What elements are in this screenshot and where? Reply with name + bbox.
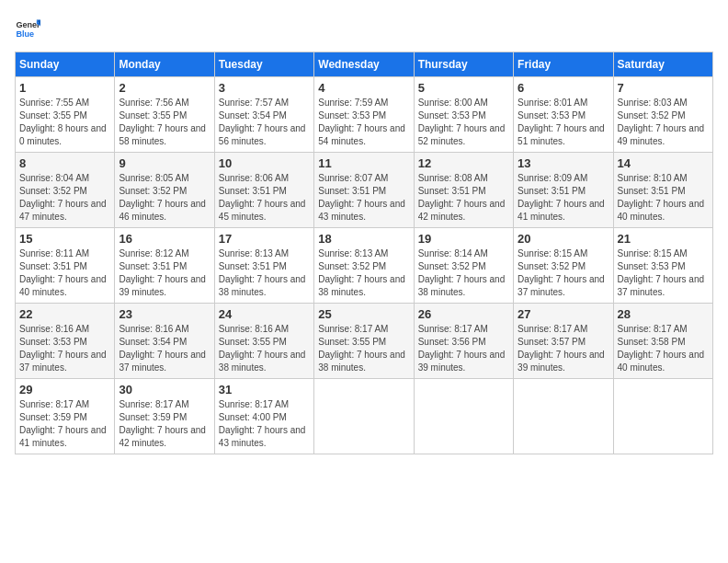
calendar-day-cell — [514, 379, 613, 454]
day-info: Sunrise: 8:16 AM Sunset: 3:55 PM Dayligh… — [219, 323, 310, 374]
calendar-day-cell: 30 Sunrise: 8:17 AM Sunset: 3:59 PM Dayl… — [115, 379, 214, 454]
day-info: Sunrise: 8:10 AM Sunset: 3:51 PM Dayligh… — [618, 172, 709, 224]
calendar-day-cell: 13 Sunrise: 8:09 AM Sunset: 3:51 PM Dayl… — [514, 153, 613, 228]
day-info: Sunrise: 8:05 AM Sunset: 3:52 PM Dayligh… — [119, 172, 210, 224]
day-number: 11 — [318, 156, 409, 170]
day-number: 26 — [418, 307, 509, 321]
calendar-day-cell: 31 Sunrise: 8:17 AM Sunset: 4:00 PM Dayl… — [214, 379, 313, 454]
day-number: 9 — [119, 156, 210, 170]
day-info: Sunrise: 8:13 AM Sunset: 3:52 PM Dayligh… — [318, 247, 409, 299]
day-number: 21 — [618, 232, 709, 246]
day-number: 8 — [19, 156, 110, 170]
weekday-header: Thursday — [414, 52, 513, 77]
calendar-day-cell: 28 Sunrise: 8:17 AM Sunset: 3:58 PM Dayl… — [613, 304, 712, 379]
calendar-day-cell: 24 Sunrise: 8:16 AM Sunset: 3:55 PM Dayl… — [214, 304, 313, 379]
day-info: Sunrise: 8:07 AM Sunset: 3:51 PM Dayligh… — [318, 172, 409, 224]
calendar-day-cell: 11 Sunrise: 8:07 AM Sunset: 3:51 PM Dayl… — [314, 153, 414, 228]
day-info: Sunrise: 7:56 AM Sunset: 3:55 PM Dayligh… — [119, 97, 210, 148]
day-info: Sunrise: 8:17 AM Sunset: 3:56 PM Dayligh… — [418, 323, 509, 374]
day-info: Sunrise: 8:16 AM Sunset: 3:53 PM Dayligh… — [19, 323, 110, 374]
calendar-day-cell: 9 Sunrise: 8:05 AM Sunset: 3:52 PM Dayli… — [115, 153, 214, 228]
day-number: 30 — [119, 383, 210, 396]
calendar-day-cell: 15 Sunrise: 8:11 AM Sunset: 3:51 PM Dayl… — [16, 228, 115, 304]
day-number: 14 — [618, 156, 709, 170]
day-number: 13 — [518, 156, 609, 170]
day-number: 20 — [518, 232, 609, 246]
day-number: 1 — [19, 81, 110, 95]
calendar-day-cell: 2 Sunrise: 7:56 AM Sunset: 3:55 PM Dayli… — [115, 77, 214, 153]
weekday-header: Sunday — [16, 52, 115, 77]
logo-icon: General Blue — [15, 15, 40, 40]
day-number: 23 — [119, 307, 210, 321]
day-number: 17 — [219, 232, 310, 246]
day-info: Sunrise: 8:06 AM Sunset: 3:51 PM Dayligh… — [219, 172, 310, 224]
day-number: 5 — [418, 81, 509, 95]
calendar-week-row: 29 Sunrise: 8:17 AM Sunset: 3:59 PM Dayl… — [16, 379, 713, 454]
weekday-header: Wednesday — [314, 52, 414, 77]
day-info: Sunrise: 7:55 AM Sunset: 3:55 PM Dayligh… — [19, 97, 110, 148]
day-info: Sunrise: 8:04 AM Sunset: 3:52 PM Dayligh… — [19, 172, 110, 224]
day-info: Sunrise: 8:01 AM Sunset: 3:53 PM Dayligh… — [518, 97, 609, 148]
weekday-header: Monday — [115, 52, 214, 77]
weekday-header: Friday — [514, 52, 613, 77]
day-info: Sunrise: 8:17 AM Sunset: 3:55 PM Dayligh… — [318, 323, 409, 374]
calendar-day-cell: 5 Sunrise: 8:00 AM Sunset: 3:53 PM Dayli… — [414, 77, 513, 153]
day-number: 24 — [219, 307, 310, 321]
day-number: 10 — [219, 156, 310, 170]
calendar-week-row: 8 Sunrise: 8:04 AM Sunset: 3:52 PM Dayli… — [16, 153, 713, 228]
day-info: Sunrise: 8:17 AM Sunset: 3:58 PM Dayligh… — [618, 323, 709, 374]
day-number: 4 — [318, 81, 409, 95]
day-number: 29 — [19, 383, 110, 396]
day-info: Sunrise: 8:09 AM Sunset: 3:51 PM Dayligh… — [518, 172, 609, 224]
calendar-day-cell: 16 Sunrise: 8:12 AM Sunset: 3:51 PM Dayl… — [115, 228, 214, 304]
calendar-day-cell: 10 Sunrise: 8:06 AM Sunset: 3:51 PM Dayl… — [214, 153, 313, 228]
calendar-day-cell: 25 Sunrise: 8:17 AM Sunset: 3:55 PM Dayl… — [314, 304, 414, 379]
day-info: Sunrise: 7:59 AM Sunset: 3:53 PM Dayligh… — [318, 97, 409, 148]
day-number: 7 — [618, 81, 709, 95]
day-number: 28 — [618, 307, 709, 321]
day-number: 27 — [518, 307, 609, 321]
day-info: Sunrise: 8:17 AM Sunset: 4:00 PM Dayligh… — [219, 398, 310, 450]
page-header: General Blue — [15, 15, 713, 40]
calendar-day-cell: 4 Sunrise: 7:59 AM Sunset: 3:53 PM Dayli… — [314, 77, 414, 153]
calendar-table: SundayMondayTuesdayWednesdayThursdayFrid… — [15, 52, 713, 454]
day-number: 3 — [219, 81, 310, 95]
day-info: Sunrise: 8:11 AM Sunset: 3:51 PM Dayligh… — [19, 247, 110, 299]
calendar-day-cell: 18 Sunrise: 8:13 AM Sunset: 3:52 PM Dayl… — [314, 228, 414, 304]
calendar-day-cell: 6 Sunrise: 8:01 AM Sunset: 3:53 PM Dayli… — [514, 77, 613, 153]
calendar-day-cell: 20 Sunrise: 8:15 AM Sunset: 3:52 PM Dayl… — [514, 228, 613, 304]
logo: General Blue — [15, 15, 40, 40]
calendar-day-cell: 21 Sunrise: 8:15 AM Sunset: 3:53 PM Dayl… — [613, 228, 712, 304]
calendar-day-cell: 12 Sunrise: 8:08 AM Sunset: 3:51 PM Dayl… — [414, 153, 513, 228]
calendar-day-cell: 29 Sunrise: 8:17 AM Sunset: 3:59 PM Dayl… — [16, 379, 115, 454]
day-info: Sunrise: 8:03 AM Sunset: 3:52 PM Dayligh… — [618, 97, 709, 148]
day-number: 31 — [219, 383, 310, 396]
day-number: 6 — [518, 81, 609, 95]
day-info: Sunrise: 8:12 AM Sunset: 3:51 PM Dayligh… — [119, 247, 210, 299]
day-number: 25 — [318, 307, 409, 321]
day-number: 16 — [119, 232, 210, 246]
calendar-day-cell: 26 Sunrise: 8:17 AM Sunset: 3:56 PM Dayl… — [414, 304, 513, 379]
day-info: Sunrise: 8:16 AM Sunset: 3:54 PM Dayligh… — [119, 323, 210, 374]
weekday-header: Tuesday — [214, 52, 313, 77]
day-info: Sunrise: 8:14 AM Sunset: 3:52 PM Dayligh… — [418, 247, 509, 299]
calendar-day-cell — [314, 379, 414, 454]
calendar-day-cell: 23 Sunrise: 8:16 AM Sunset: 3:54 PM Dayl… — [115, 304, 214, 379]
svg-text:Blue: Blue — [16, 29, 34, 39]
calendar-day-cell — [414, 379, 513, 454]
calendar-week-row: 22 Sunrise: 8:16 AM Sunset: 3:53 PM Dayl… — [16, 304, 713, 379]
calendar-week-row: 1 Sunrise: 7:55 AM Sunset: 3:55 PM Dayli… — [16, 77, 713, 153]
weekday-header: Saturday — [613, 52, 712, 77]
day-number: 19 — [418, 232, 509, 246]
day-info: Sunrise: 8:15 AM Sunset: 3:53 PM Dayligh… — [618, 247, 709, 299]
calendar-day-cell: 8 Sunrise: 8:04 AM Sunset: 3:52 PM Dayli… — [16, 153, 115, 228]
calendar-day-cell — [613, 379, 712, 454]
day-info: Sunrise: 8:15 AM Sunset: 3:52 PM Dayligh… — [518, 247, 609, 299]
day-info: Sunrise: 8:17 AM Sunset: 3:57 PM Dayligh… — [518, 323, 609, 374]
calendar-day-cell: 14 Sunrise: 8:10 AM Sunset: 3:51 PM Dayl… — [613, 153, 712, 228]
day-number: 2 — [119, 81, 210, 95]
day-info: Sunrise: 8:17 AM Sunset: 3:59 PM Dayligh… — [19, 398, 110, 450]
calendar-week-row: 15 Sunrise: 8:11 AM Sunset: 3:51 PM Dayl… — [16, 228, 713, 304]
calendar-day-cell: 1 Sunrise: 7:55 AM Sunset: 3:55 PM Dayli… — [16, 77, 115, 153]
day-number: 18 — [318, 232, 409, 246]
